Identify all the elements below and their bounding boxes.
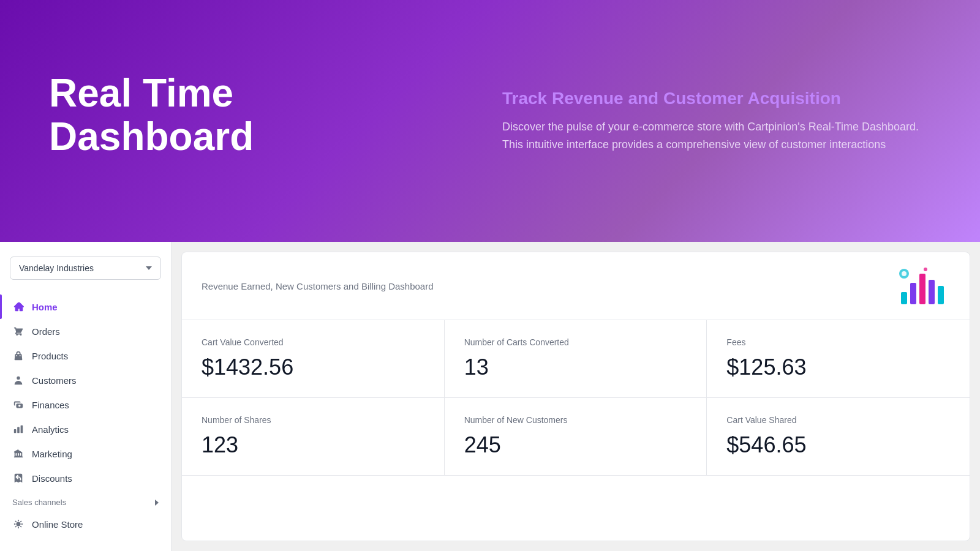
hero-subtitle: Track Revenue and Customer Acquisition: [502, 89, 931, 108]
customers-icon: [12, 374, 24, 386]
svg-rect-4: [938, 286, 944, 304]
svg-point-6: [902, 271, 907, 276]
hero-section: Real TimeDashboard Track Revenue and Cus…: [0, 0, 980, 242]
sidebar-item-finances[interactable]: Finances: [0, 392, 171, 417]
metric-label-cart-value-converted: Cart Value Converted: [202, 337, 424, 347]
metric-card-cart-value-shared: Cart Value Shared $546.65: [707, 398, 970, 476]
sales-channels-header[interactable]: Sales channels: [0, 490, 171, 512]
marketing-icon: [12, 448, 24, 460]
sidebar-item-orders-label: Orders: [32, 326, 60, 337]
sidebar-item-analytics[interactable]: Analytics: [0, 417, 171, 441]
sidebar-item-marketing-label: Marketing: [32, 449, 72, 459]
analytics-icon: [12, 423, 24, 435]
sales-channels-label: Sales channels: [12, 498, 66, 507]
dashboard: Revenue Earned, New Customers and Billin…: [181, 252, 970, 541]
hero-right: Track Revenue and Customer Acquisition D…: [478, 89, 931, 154]
metric-card-fees: Fees $125.63: [707, 320, 970, 398]
products-icon: [12, 350, 24, 362]
sidebar: Vandelay Industries Home Orders Products: [0, 242, 172, 551]
sidebar-item-finances-label: Finances: [32, 400, 69, 410]
metric-card-cart-value-converted: Cart Value Converted $1432.56: [182, 320, 445, 398]
sidebar-item-orders[interactable]: Orders: [0, 319, 171, 343]
chevron-down-icon: [146, 266, 152, 270]
metric-value-carts-converted: 13: [464, 354, 687, 380]
metric-card-shares: Number of Shares 123: [182, 398, 445, 476]
store-name: Vandelay Industries: [19, 263, 94, 273]
metric-label-new-customers: Number of New Customers: [464, 415, 687, 425]
hero-title: Real TimeDashboard: [49, 72, 478, 158]
sidebar-item-products-label: Products: [32, 351, 68, 361]
metric-label-fees: Fees: [726, 337, 950, 347]
chart-illustration: [895, 264, 950, 307]
sidebar-item-customers[interactable]: Customers: [0, 368, 171, 392]
hero-description: Discover the pulse of your e-commerce st…: [502, 118, 931, 154]
metric-value-cart-value-shared: $546.65: [726, 432, 950, 458]
finances-icon: [12, 399, 24, 411]
metrics-grid: Cart Value Converted $1432.56 Number of …: [182, 320, 970, 476]
svg-rect-2: [919, 274, 925, 304]
metric-label-shares: Number of Shares: [202, 415, 424, 425]
dashboard-header: Revenue Earned, New Customers and Billin…: [182, 252, 970, 320]
metric-label-carts-converted: Number of Carts Converted: [464, 337, 687, 347]
metric-value-cart-value-converted: $1432.56: [202, 354, 424, 380]
sidebar-item-online-store-label: Online Store: [32, 519, 83, 530]
store-selector[interactable]: Vandelay Industries: [10, 257, 161, 280]
sidebar-item-analytics-label: Analytics: [32, 424, 69, 435]
home-icon: [12, 301, 24, 313]
sales-channels-chevron-icon: [155, 500, 159, 506]
discounts-icon: [12, 472, 24, 484]
sidebar-item-products[interactable]: Products: [0, 343, 171, 368]
orders-icon: [12, 325, 24, 337]
metric-value-shares: 123: [202, 432, 424, 458]
svg-rect-1: [910, 283, 916, 304]
metric-value-new-customers: 245: [464, 432, 687, 458]
sidebar-item-customers-label: Customers: [32, 375, 77, 386]
sidebar-item-discounts-label: Discounts: [32, 473, 72, 484]
dashboard-header-title: Revenue Earned, New Customers and Billin…: [202, 281, 434, 291]
sidebar-item-online-store[interactable]: Online Store: [0, 512, 171, 536]
sidebar-item-marketing[interactable]: Marketing: [0, 441, 171, 466]
sidebar-item-home-label: Home: [32, 302, 58, 312]
svg-point-7: [924, 268, 927, 271]
sidebar-item-home[interactable]: Home: [0, 294, 171, 319]
metric-value-fees: $125.63: [726, 354, 950, 380]
sidebar-item-discounts[interactable]: Discounts: [0, 466, 171, 490]
svg-rect-3: [929, 280, 935, 304]
metric-label-cart-value-shared: Cart Value Shared: [726, 415, 950, 425]
metric-card-carts-converted: Number of Carts Converted 13: [445, 320, 707, 398]
svg-rect-0: [901, 292, 907, 304]
hero-left: Real TimeDashboard: [49, 72, 478, 170]
online-store-icon: [12, 518, 24, 530]
metric-card-new-customers: Number of New Customers 245: [445, 398, 707, 476]
main-content: Vandelay Industries Home Orders Products: [0, 242, 980, 551]
